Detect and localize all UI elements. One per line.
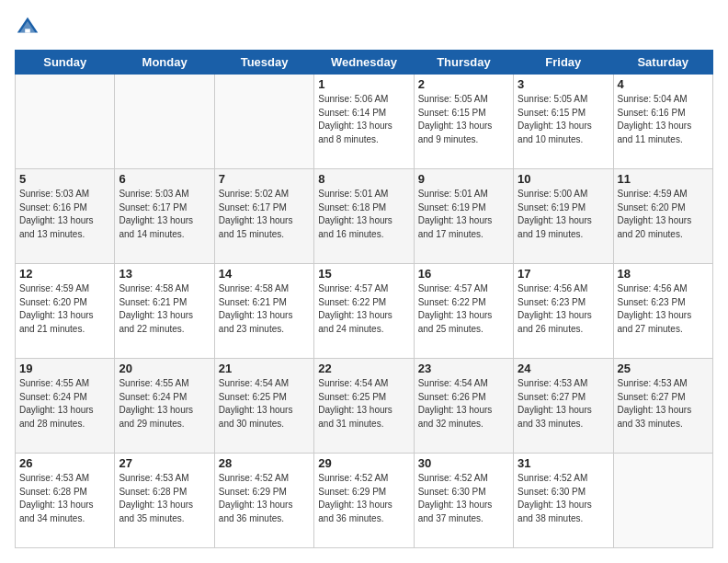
day-info: Sunrise: 5:00 AM Sunset: 6:19 PM Dayligh… bbox=[518, 188, 609, 241]
day-info: Sunrise: 5:03 AM Sunset: 6:17 PM Dayligh… bbox=[119, 188, 210, 241]
week-row-5: 26Sunrise: 4:53 AM Sunset: 6:28 PM Dayli… bbox=[16, 454, 713, 548]
day-number: 10 bbox=[518, 172, 609, 186]
header bbox=[15, 15, 713, 40]
calendar-cell: 5Sunrise: 5:03 AM Sunset: 6:16 PM Daylig… bbox=[16, 169, 115, 264]
weekday-saturday: Saturday bbox=[613, 51, 712, 75]
calendar-cell: 15Sunrise: 4:57 AM Sunset: 6:22 PM Dayli… bbox=[314, 264, 414, 359]
calendar-cell: 27Sunrise: 4:53 AM Sunset: 6:28 PM Dayli… bbox=[115, 454, 214, 548]
calendar-cell: 23Sunrise: 4:54 AM Sunset: 6:26 PM Dayli… bbox=[414, 359, 513, 454]
day-info: Sunrise: 4:59 AM Sunset: 6:20 PM Dayligh… bbox=[19, 282, 110, 336]
day-info: Sunrise: 4:55 AM Sunset: 6:24 PM Dayligh… bbox=[19, 377, 110, 431]
day-number: 22 bbox=[318, 362, 409, 375]
weekday-friday: Friday bbox=[514, 51, 613, 75]
day-number: 17 bbox=[518, 267, 609, 281]
calendar-cell: 14Sunrise: 4:58 AM Sunset: 6:21 PM Dayli… bbox=[214, 264, 313, 359]
calendar-cell: 3Sunrise: 5:05 AM Sunset: 6:15 PM Daylig… bbox=[514, 75, 613, 169]
weekday-header-row: SundayMondayTuesdayWednesdayThursdayFrid… bbox=[16, 51, 713, 75]
day-info: Sunrise: 4:53 AM Sunset: 6:28 PM Dayligh… bbox=[19, 472, 110, 525]
day-number: 26 bbox=[19, 456, 110, 470]
day-info: Sunrise: 4:56 AM Sunset: 6:23 PM Dayligh… bbox=[518, 282, 609, 336]
day-info: Sunrise: 4:54 AM Sunset: 6:25 PM Dayligh… bbox=[219, 377, 310, 431]
calendar-cell: 30Sunrise: 4:52 AM Sunset: 6:30 PM Dayli… bbox=[414, 454, 513, 548]
calendar-cell: 20Sunrise: 4:55 AM Sunset: 6:24 PM Dayli… bbox=[115, 359, 214, 454]
day-info: Sunrise: 4:57 AM Sunset: 6:22 PM Dayligh… bbox=[318, 282, 409, 336]
day-info: Sunrise: 4:58 AM Sunset: 6:21 PM Dayligh… bbox=[119, 282, 210, 336]
calendar-cell: 16Sunrise: 4:57 AM Sunset: 6:22 PM Dayli… bbox=[414, 264, 513, 359]
calendar-cell: 12Sunrise: 4:59 AM Sunset: 6:20 PM Dayli… bbox=[16, 264, 115, 359]
day-info: Sunrise: 4:56 AM Sunset: 6:23 PM Dayligh… bbox=[618, 282, 709, 336]
day-number: 27 bbox=[119, 456, 210, 470]
calendar-cell bbox=[115, 75, 214, 169]
day-info: Sunrise: 5:03 AM Sunset: 6:16 PM Dayligh… bbox=[19, 188, 110, 241]
calendar-cell: 26Sunrise: 4:53 AM Sunset: 6:28 PM Dayli… bbox=[16, 454, 115, 548]
calendar-cell: 17Sunrise: 4:56 AM Sunset: 6:23 PM Dayli… bbox=[514, 264, 613, 359]
day-info: Sunrise: 4:59 AM Sunset: 6:20 PM Dayligh… bbox=[618, 188, 709, 241]
calendar-cell: 7Sunrise: 5:02 AM Sunset: 6:17 PM Daylig… bbox=[214, 169, 313, 264]
day-info: Sunrise: 4:54 AM Sunset: 6:25 PM Dayligh… bbox=[318, 377, 409, 431]
day-number: 13 bbox=[119, 267, 210, 281]
day-number: 1 bbox=[318, 77, 409, 91]
calendar-cell bbox=[613, 454, 712, 548]
weekday-thursday: Thursday bbox=[414, 51, 513, 75]
calendar-cell: 28Sunrise: 4:52 AM Sunset: 6:29 PM Dayli… bbox=[214, 454, 313, 548]
svg-rect-2 bbox=[25, 29, 30, 32]
day-number: 2 bbox=[418, 77, 509, 91]
week-row-3: 12Sunrise: 4:59 AM Sunset: 6:20 PM Dayli… bbox=[16, 264, 713, 359]
day-info: Sunrise: 4:58 AM Sunset: 6:21 PM Dayligh… bbox=[219, 282, 310, 336]
day-info: Sunrise: 5:05 AM Sunset: 6:15 PM Dayligh… bbox=[418, 93, 509, 146]
day-number: 6 bbox=[119, 172, 210, 186]
day-info: Sunrise: 4:52 AM Sunset: 6:30 PM Dayligh… bbox=[518, 472, 609, 525]
page: SundayMondayTuesdayWednesdayThursdayFrid… bbox=[0, 0, 728, 563]
day-info: Sunrise: 5:01 AM Sunset: 6:19 PM Dayligh… bbox=[418, 188, 509, 241]
week-row-2: 5Sunrise: 5:03 AM Sunset: 6:16 PM Daylig… bbox=[16, 169, 713, 264]
calendar-cell: 13Sunrise: 4:58 AM Sunset: 6:21 PM Dayli… bbox=[115, 264, 214, 359]
day-info: Sunrise: 4:53 AM Sunset: 6:28 PM Dayligh… bbox=[119, 472, 210, 525]
day-number: 12 bbox=[19, 267, 110, 281]
day-info: Sunrise: 5:01 AM Sunset: 6:18 PM Dayligh… bbox=[318, 188, 409, 241]
day-info: Sunrise: 5:02 AM Sunset: 6:17 PM Dayligh… bbox=[219, 188, 310, 241]
day-info: Sunrise: 4:54 AM Sunset: 6:26 PM Dayligh… bbox=[418, 377, 509, 431]
calendar-cell: 24Sunrise: 4:53 AM Sunset: 6:27 PM Dayli… bbox=[514, 359, 613, 454]
day-number: 16 bbox=[418, 267, 509, 281]
weekday-wednesday: Wednesday bbox=[314, 51, 414, 75]
calendar-cell: 22Sunrise: 4:54 AM Sunset: 6:25 PM Dayli… bbox=[314, 359, 414, 454]
calendar-cell bbox=[214, 75, 313, 169]
week-row-1: 1Sunrise: 5:06 AM Sunset: 6:14 PM Daylig… bbox=[16, 75, 713, 169]
day-number: 9 bbox=[418, 172, 509, 186]
logo bbox=[15, 15, 44, 40]
day-number: 8 bbox=[318, 172, 409, 186]
day-info: Sunrise: 4:53 AM Sunset: 6:27 PM Dayligh… bbox=[618, 377, 709, 431]
day-number: 18 bbox=[618, 267, 709, 281]
calendar-cell: 11Sunrise: 4:59 AM Sunset: 6:20 PM Dayli… bbox=[613, 169, 712, 264]
day-info: Sunrise: 5:06 AM Sunset: 6:14 PM Dayligh… bbox=[318, 93, 409, 146]
day-number: 30 bbox=[418, 456, 509, 470]
calendar-cell: 18Sunrise: 4:56 AM Sunset: 6:23 PM Dayli… bbox=[613, 264, 712, 359]
day-info: Sunrise: 4:53 AM Sunset: 6:27 PM Dayligh… bbox=[518, 377, 609, 431]
day-info: Sunrise: 4:55 AM Sunset: 6:24 PM Dayligh… bbox=[119, 377, 210, 431]
calendar-cell: 21Sunrise: 4:54 AM Sunset: 6:25 PM Dayli… bbox=[214, 359, 313, 454]
day-number: 24 bbox=[518, 362, 609, 375]
day-info: Sunrise: 4:52 AM Sunset: 6:29 PM Dayligh… bbox=[318, 472, 409, 525]
calendar-cell: 2Sunrise: 5:05 AM Sunset: 6:15 PM Daylig… bbox=[414, 75, 513, 169]
day-number: 5 bbox=[19, 172, 110, 186]
calendar-cell: 19Sunrise: 4:55 AM Sunset: 6:24 PM Dayli… bbox=[16, 359, 115, 454]
day-number: 20 bbox=[119, 362, 210, 375]
weekday-monday: Monday bbox=[115, 51, 214, 75]
calendar-cell: 10Sunrise: 5:00 AM Sunset: 6:19 PM Dayli… bbox=[514, 169, 613, 264]
calendar-cell: 8Sunrise: 5:01 AM Sunset: 6:18 PM Daylig… bbox=[314, 169, 414, 264]
day-info: Sunrise: 5:05 AM Sunset: 6:15 PM Dayligh… bbox=[518, 93, 609, 146]
weekday-tuesday: Tuesday bbox=[214, 51, 313, 75]
day-number: 23 bbox=[418, 362, 509, 375]
calendar-cell: 1Sunrise: 5:06 AM Sunset: 6:14 PM Daylig… bbox=[314, 75, 414, 169]
calendar-cell: 31Sunrise: 4:52 AM Sunset: 6:30 PM Dayli… bbox=[514, 454, 613, 548]
day-info: Sunrise: 4:52 AM Sunset: 6:29 PM Dayligh… bbox=[219, 472, 310, 525]
day-number: 3 bbox=[518, 77, 609, 91]
day-info: Sunrise: 5:04 AM Sunset: 6:16 PM Dayligh… bbox=[618, 93, 709, 146]
day-info: Sunrise: 4:57 AM Sunset: 6:22 PM Dayligh… bbox=[418, 282, 509, 336]
day-number: 19 bbox=[19, 362, 110, 375]
day-number: 4 bbox=[618, 77, 709, 91]
day-number: 11 bbox=[618, 172, 709, 186]
calendar-cell: 4Sunrise: 5:04 AM Sunset: 6:16 PM Daylig… bbox=[613, 75, 712, 169]
day-number: 28 bbox=[219, 456, 310, 470]
day-number: 21 bbox=[219, 362, 310, 375]
